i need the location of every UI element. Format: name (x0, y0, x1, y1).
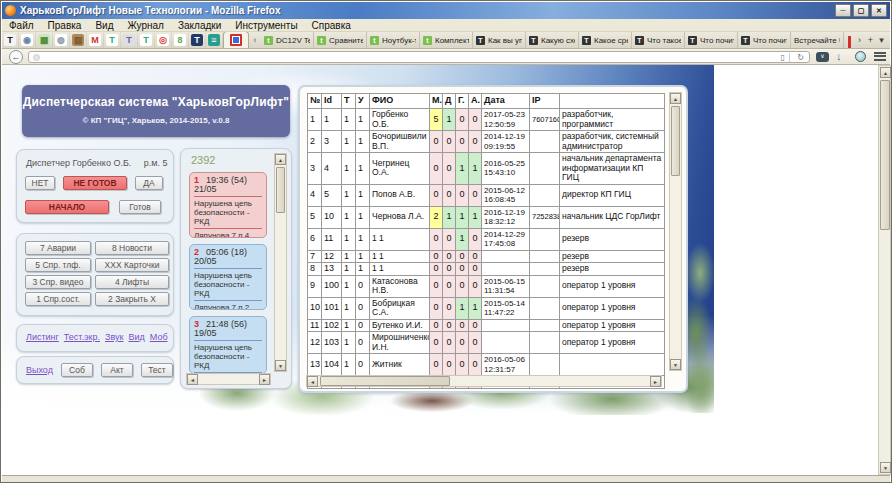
menu-item-6[interactable]: Справка (305, 19, 358, 32)
menu-button-7[interactable]: 2 Закрыть X (95, 292, 169, 306)
link-3[interactable]: Вид (128, 332, 144, 342)
menu-button-2[interactable]: 5 Спр. тлф. (25, 258, 91, 272)
col-header-11[interactable] (560, 94, 665, 109)
browser-tab-10[interactable]: 8 (172, 32, 189, 48)
link-0[interactable]: Листинг (26, 332, 59, 342)
footer-button-2[interactable]: Тест (141, 363, 173, 377)
event-card-2[interactable]: 321:48 (56)19/05Нарушена цепь безопаснос… (189, 316, 267, 374)
scrollbar-thumb[interactable] (320, 376, 450, 386)
browser-tab-7[interactable]: T (121, 32, 138, 48)
col-header-10[interactable]: IP (530, 94, 560, 109)
menu-item-3[interactable]: Журнал (120, 19, 171, 32)
table-row[interactable]: 1010110Бобрицкая С.А.00112015-05-1411:47… (308, 297, 665, 319)
table-row[interactable]: 1111Горбенко О.Б.51002017-05-2312:50:597… (308, 109, 665, 131)
table-row[interactable]: 611111 100102014-12-2917:45:08резерв (308, 228, 665, 250)
table-row[interactable]: 1310410Житник00002016-05-0612:31:57 (308, 354, 665, 376)
link-4[interactable]: Моб (150, 332, 168, 342)
back-button[interactable]: ← (9, 50, 23, 64)
hamburger-menu-icon[interactable] (874, 52, 886, 61)
browser-tab-5[interactable]: M (87, 32, 104, 48)
col-header-2[interactable]: Т (342, 94, 356, 109)
browser-tab-labeled-8[interactable]: TЧто почита (685, 32, 738, 48)
scroll-up-icon[interactable]: ▲ (670, 93, 681, 104)
menu-button-0[interactable]: 7 Аварии (25, 241, 91, 255)
yes-button[interactable]: ДА (135, 176, 163, 190)
link-1[interactable]: Тест.экр. (64, 332, 100, 342)
tab-scroll-right-icon[interactable]: › (854, 33, 865, 48)
link-2[interactable]: Звук (105, 332, 123, 342)
browser-tab-3[interactable]: ◍ (53, 32, 70, 48)
col-header-6[interactable]: Д (443, 94, 456, 109)
menu-item-5[interactable]: Инструменты (228, 19, 304, 32)
table-row[interactable]: 3411Чегринец О.А.00112016-05-2515:43:10н… (308, 153, 665, 185)
browser-tab-active[interactable] (223, 32, 249, 48)
browser-tab-12[interactable]: ≡ (206, 32, 223, 48)
url-input[interactable]: ▯ ↻ (28, 51, 810, 63)
table-row[interactable]: 1210310Мирошниченко И.Н.0000оператор 1 у… (308, 332, 665, 354)
browser-tab-labeled-0[interactable]: tDC12V Tesl (261, 32, 314, 48)
browser-tab-labeled-9[interactable]: TЧто почита (738, 32, 791, 48)
browser-tab-labeled-2[interactable]: tНоутбук-тр (367, 32, 420, 48)
browser-tab-11[interactable]: T (189, 32, 206, 48)
menu-item-1[interactable]: Правка (41, 19, 89, 32)
scrollbar-thumb[interactable] (671, 106, 680, 176)
ready-button[interactable]: Готов (119, 200, 161, 214)
browser-tab-labeled-5[interactable]: TКакую схе (526, 32, 579, 48)
new-tab-button[interactable]: + (865, 33, 876, 48)
reload-icon[interactable]: ↻ (797, 53, 804, 63)
close-button[interactable]: ✕ (871, 4, 887, 17)
menu-button-5[interactable]: 4 Лифты (95, 275, 169, 289)
col-header-4[interactable]: ФИО (370, 94, 430, 109)
table-vertical-scrollbar[interactable]: ▲ ▼ (669, 92, 682, 371)
browser-tab-9[interactable]: ◎ (155, 32, 172, 48)
download-icon[interactable]: ↓ (836, 50, 842, 63)
scroll-down-icon[interactable]: ▼ (880, 462, 891, 473)
event-card-0[interactable]: 119:36 (54)21/05Нарушена цепь безопаснос… (189, 172, 267, 238)
menu-button-1[interactable]: 8 Новости (95, 241, 169, 255)
menu-item-4[interactable]: Закладки (171, 19, 228, 32)
pocket-icon[interactable]: ∨ (816, 52, 829, 62)
menu-button-4[interactable]: 3 Спр. видео (25, 275, 91, 289)
event-card-1[interactable]: 205:06 (18)20/05Нарушена цепь безопаснос… (189, 244, 267, 310)
col-header-9[interactable]: Дата (482, 94, 530, 109)
browser-tab-labeled-7[interactable]: TЧто такое (632, 32, 685, 48)
footer-button-0[interactable]: Соб (61, 363, 93, 377)
browser-tab-labeled-1[interactable]: tСравнител (314, 32, 367, 48)
scroll-left-icon[interactable]: ◄ (187, 374, 198, 385)
scroll-right-icon[interactable]: ► (650, 376, 661, 387)
no-button[interactable]: НЕТ (25, 176, 55, 190)
table-row[interactable]: 910010Катасонова Н.В.00002015-06-1511:31… (308, 275, 665, 297)
col-header-1[interactable]: Id (322, 94, 342, 109)
browser-tab-6[interactable]: T (104, 32, 121, 48)
site-identity-icon[interactable] (33, 54, 40, 61)
not-ready-button[interactable]: НЕ ГОТОВ (63, 176, 127, 190)
browser-tab-labeled-6[interactable]: TКакое сред (579, 32, 632, 48)
scroll-right-icon[interactable]: ► (259, 374, 270, 385)
scroll-up-icon[interactable]: ▲ (275, 154, 286, 165)
start-button[interactable]: НАЧАЛО (25, 200, 109, 214)
scroll-down-icon[interactable]: ▼ (670, 359, 681, 370)
scroll-up-icon[interactable]: ▲ (880, 67, 891, 78)
browser-tab-labeled-3[interactable]: tКомплект н (420, 32, 473, 48)
reader-mode-icon[interactable]: ▯ (781, 53, 785, 63)
table-horizontal-scrollbar[interactable]: ◄ ► (306, 375, 662, 387)
col-header-5[interactable]: М. (430, 94, 443, 109)
browser-tab-labeled-10[interactable]: Встречайте UNI. (791, 32, 844, 48)
table-row[interactable]: 51011Чернова Л.А.21112016-12-1918:32:127… (308, 206, 665, 228)
col-header-7[interactable]: Г. (456, 94, 469, 109)
menu-item-2[interactable]: Вид (88, 19, 120, 32)
globe-icon[interactable] (855, 51, 866, 62)
browser-tab-2[interactable]: ▦ (36, 32, 53, 48)
browser-tab-4[interactable]: ▨ (70, 32, 87, 48)
table-row[interactable]: 1110210Бутенко И.И.0000оператор 1 уровня (308, 319, 665, 332)
exit-link[interactable]: Выход (26, 365, 53, 375)
browser-tab-1[interactable]: ◉ (19, 32, 36, 48)
events-vertical-scrollbar[interactable]: ▲ ▼ (274, 153, 287, 372)
scroll-left-icon[interactable]: ◄ (307, 376, 318, 387)
window-titlebar[interactable]: ХарьковГорЛифт Новые Технологии - Mozill… (2, 2, 890, 19)
menu-button-3[interactable]: XXX Карточки (95, 258, 169, 272)
col-header-3[interactable]: У (356, 94, 370, 109)
menu-button-6[interactable]: 1 Спр.сост. (25, 292, 91, 306)
col-header-0[interactable]: № (308, 94, 322, 109)
scroll-down-icon[interactable]: ▼ (275, 360, 286, 371)
